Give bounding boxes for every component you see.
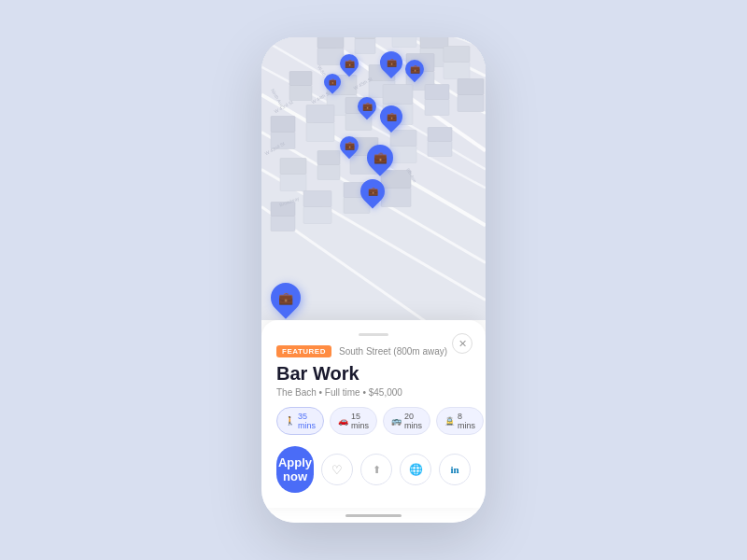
car-time: 15 mins bbox=[351, 412, 369, 430]
svg-rect-15 bbox=[392, 37, 416, 48]
home-indicator-bar bbox=[345, 514, 402, 517]
svg-rect-51 bbox=[271, 217, 295, 231]
svg-rect-40 bbox=[458, 79, 484, 95]
transport-car[interactable]: 🚗 15 mins bbox=[330, 407, 377, 435]
svg-rect-49 bbox=[428, 142, 452, 157]
bottom-indicator bbox=[261, 508, 486, 523]
map-pin-3[interactable]: 💼 bbox=[405, 60, 424, 78]
svg-rect-36 bbox=[383, 85, 413, 105]
svg-rect-19 bbox=[289, 86, 312, 101]
sheet-handle bbox=[359, 333, 388, 336]
svg-rect-20 bbox=[289, 72, 312, 86]
close-button[interactable]: ✕ bbox=[452, 333, 472, 354]
map-pin-8[interactable]: 💼 bbox=[360, 179, 385, 203]
bus-time: 20 mins bbox=[404, 412, 422, 430]
map-pin-9[interactable]: 💼 bbox=[324, 74, 341, 91]
map-pin-5[interactable]: 💼 bbox=[380, 105, 402, 128]
transport-bus[interactable]: 🚌 20 mins bbox=[383, 407, 430, 435]
city-grid: W 43rd St W 44th St W 45th St W 42nd St … bbox=[261, 37, 486, 320]
train-icon: 🚊 bbox=[444, 416, 455, 426]
walk-icon: 🚶 bbox=[285, 416, 295, 426]
svg-rect-39 bbox=[458, 95, 484, 112]
map-pin-1[interactable]: 💼 bbox=[340, 54, 359, 73]
svg-rect-13 bbox=[355, 39, 375, 54]
svg-rect-47 bbox=[390, 147, 416, 163]
transport-row: 🚶 35 mins 🚗 15 mins 🚌 20 mins 🚊 8 mins bbox=[276, 407, 471, 435]
map-pin-7[interactable]: 💼 bbox=[367, 145, 393, 171]
floating-bottom-pin[interactable]: 💼 bbox=[271, 283, 301, 313]
map-pin-2[interactable]: 💼 bbox=[380, 51, 402, 74]
heart-button[interactable]: ♡ bbox=[321, 454, 353, 485]
svg-rect-27 bbox=[444, 63, 470, 79]
svg-rect-14 bbox=[355, 37, 375, 39]
svg-rect-53 bbox=[303, 207, 331, 224]
map-pin-4[interactable]: 💼 bbox=[358, 97, 376, 116]
transport-walk[interactable]: 🚶 35 mins bbox=[276, 407, 324, 435]
badge-row: FEATURED South Street (800m away) bbox=[276, 345, 471, 357]
globe-button[interactable]: 🌐 bbox=[400, 454, 431, 485]
svg-rect-32 bbox=[306, 105, 334, 123]
svg-rect-41 bbox=[280, 175, 306, 191]
svg-rect-37 bbox=[425, 100, 449, 116]
svg-rect-28 bbox=[444, 47, 470, 63]
bottom-sheet: FEATURED South Street (800m away) ✕ Bar … bbox=[261, 320, 486, 508]
phone-mockup: W 43rd St W 44th St W 45th St W 42nd St … bbox=[261, 37, 486, 523]
featured-badge: FEATURED bbox=[276, 345, 331, 357]
svg-rect-54 bbox=[303, 191, 331, 207]
linkedin-button[interactable]: in bbox=[439, 454, 471, 485]
svg-rect-42 bbox=[280, 159, 306, 175]
share-button[interactable]: ⬆ bbox=[360, 454, 392, 485]
apply-button[interactable]: Apply now bbox=[276, 446, 314, 493]
job-title: Bar Work bbox=[276, 363, 471, 385]
svg-rect-50 bbox=[428, 128, 452, 142]
walk-time: 35 mins bbox=[298, 412, 316, 430]
svg-rect-38 bbox=[425, 85, 449, 100]
transport-train[interactable]: 🚊 8 mins bbox=[436, 407, 484, 435]
action-row: Apply now ♡ ⬆ 🌐 in bbox=[276, 446, 471, 493]
svg-rect-48 bbox=[390, 131, 416, 147]
svg-rect-58 bbox=[381, 171, 411, 189]
bus-icon: 🚌 bbox=[391, 416, 402, 426]
distance-text: South Street (800m away) bbox=[339, 346, 447, 357]
svg-rect-44 bbox=[317, 151, 340, 165]
map-area: W 43rd St W 44th St W 45th St W 42nd St … bbox=[261, 37, 486, 320]
svg-rect-31 bbox=[306, 123, 334, 142]
svg-rect-43 bbox=[317, 165, 340, 180]
car-icon: 🚗 bbox=[338, 416, 348, 426]
map-pin-6[interactable]: 💼 bbox=[340, 136, 359, 155]
svg-rect-30 bbox=[271, 117, 295, 133]
svg-rect-57 bbox=[381, 189, 411, 207]
train-time: 8 mins bbox=[458, 412, 475, 430]
job-meta: The Bach • Full time • $45,000 bbox=[276, 387, 471, 398]
svg-rect-12 bbox=[317, 37, 344, 49]
